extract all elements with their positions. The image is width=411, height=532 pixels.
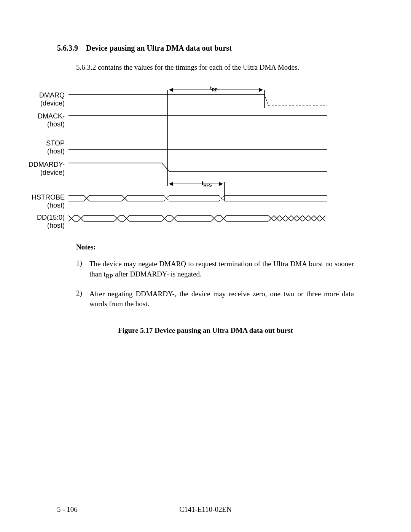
signal-ddmardy-label: DDMARDY- (device) xyxy=(23,161,65,176)
signal-dmarq-label: DMARQ (device) xyxy=(23,91,65,107)
signal-stop-label: STOP (host) xyxy=(23,139,65,155)
note-marker: 1) xyxy=(76,259,89,281)
intro-text: 5.6.3.2 contains the values for the timi… xyxy=(76,63,354,72)
note-text: After negating DDMARDY-, the device may … xyxy=(89,289,354,309)
note-item: 1) The device may negate DMARQ to reques… xyxy=(76,259,354,281)
timing-diagram-svg xyxy=(57,87,331,232)
content-area: 5.6.3.9 Device pausing an Ultra DMA data… xyxy=(57,44,354,335)
timing-trp: tRP xyxy=(210,85,218,92)
section-title: Device pausing an Ultra DMA data out bur… xyxy=(86,44,232,52)
note-item: 2) After negating DDMARDY-, the device m… xyxy=(76,289,354,309)
note-marker: 2) xyxy=(76,289,89,309)
figure-caption: Figure 5.17 Device pausing an Ultra DMA … xyxy=(57,326,354,335)
signal-hstrobe-label: HSTROBE (host) xyxy=(23,193,65,209)
section-heading: 5.6.3.9 Device pausing an Ultra DMA data… xyxy=(57,44,354,53)
notes-list: 1) The device may negate DMARQ to reques… xyxy=(76,259,354,309)
footer-doc-id: C141-E110-02EN xyxy=(57,505,354,514)
note-text: The device may negate DMARQ to request t… xyxy=(89,259,354,281)
section-number: 5.6.3.9 xyxy=(57,44,78,53)
timing-trfs: tRFS xyxy=(202,180,212,187)
notes-heading: Notes: xyxy=(76,243,354,251)
signal-dd-label: DD(15:0) (host) xyxy=(23,214,65,229)
page: 5.6.3.9 Device pausing an Ultra DMA data… xyxy=(0,0,411,532)
timing-diagram: DMARQ (device) DMACK- (host) STOP (host)… xyxy=(57,87,331,232)
signal-dmack-label: DMACK- (host) xyxy=(23,112,65,128)
